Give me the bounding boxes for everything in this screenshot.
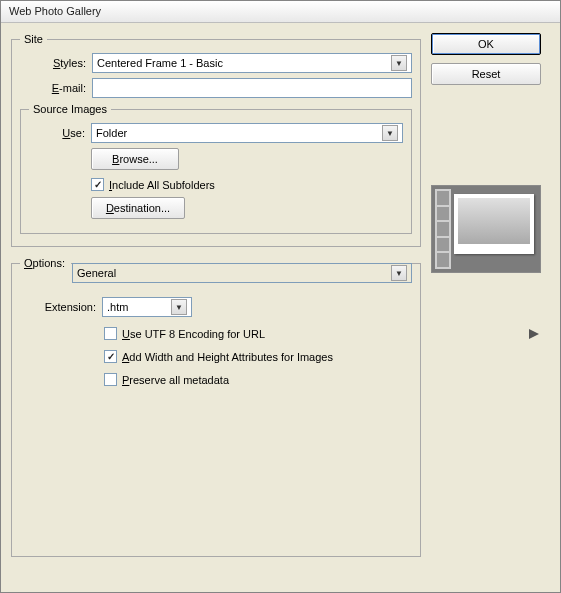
svg-marker-0 xyxy=(529,329,539,339)
chevron-down-icon: ▼ xyxy=(391,265,407,281)
extension-value: .htm xyxy=(107,301,128,313)
styles-value: Centered Frame 1 - Basic xyxy=(97,57,223,69)
extension-row: Extension: .htm ▼ xyxy=(20,297,412,317)
source-images-group: Source Images Use: Folder ▼ Browse... I xyxy=(20,103,412,234)
chevron-down-icon: ▼ xyxy=(391,55,407,71)
expand-triangle-icon[interactable] xyxy=(527,327,541,341)
chevron-down-icon: ▼ xyxy=(171,299,187,315)
preview-main-image xyxy=(458,198,530,244)
options-legend: Options: xyxy=(20,257,71,269)
left-column: Site Styles: Centered Frame 1 - Basic ▼ … xyxy=(11,33,421,567)
options-combo[interactable]: General ▼ xyxy=(72,263,412,283)
right-column: OK Reset xyxy=(431,33,541,567)
browse-button[interactable]: Browse... xyxy=(91,148,179,170)
include-subfolders-checkbox[interactable] xyxy=(91,178,104,191)
site-group: Site Styles: Centered Frame 1 - Basic ▼ … xyxy=(11,33,421,247)
extension-label: Extension: xyxy=(20,301,98,313)
titlebar: Web Photo Gallery xyxy=(1,1,560,23)
utf8-label: Use UTF 8 Encoding for URL xyxy=(122,328,265,340)
chevron-down-icon: ▼ xyxy=(382,125,398,141)
styles-row: Styles: Centered Frame 1 - Basic ▼ xyxy=(20,53,412,73)
preserve-checkbox[interactable] xyxy=(104,373,117,386)
site-legend: Site xyxy=(20,33,47,45)
source-legend: Source Images xyxy=(29,103,111,115)
extension-combo[interactable]: .htm ▼ xyxy=(102,297,192,317)
dialog-window: Web Photo Gallery Site Styles: Centered … xyxy=(0,0,561,593)
options-group: Options: General ▼ Extension: .htm ▼ xyxy=(11,257,421,557)
email-label: E-mail: xyxy=(20,82,88,94)
reset-button[interactable]: Reset xyxy=(431,63,541,85)
addwh-label: Add Width and Height Attributes for Imag… xyxy=(122,351,333,363)
email-row: E-mail: xyxy=(20,78,412,98)
include-subfolders-label: Include All Subfolders xyxy=(109,179,215,191)
preview-thumbnail xyxy=(431,185,541,273)
destination-button[interactable]: Destination... xyxy=(91,197,185,219)
use-row: Use: Folder ▼ xyxy=(29,123,403,143)
styles-label: Styles: xyxy=(20,57,88,69)
window-title: Web Photo Gallery xyxy=(9,5,101,17)
addwh-checkbox[interactable] xyxy=(104,350,117,363)
utf8-checkbox[interactable] xyxy=(104,327,117,340)
use-combo[interactable]: Folder ▼ xyxy=(91,123,403,143)
preserve-label: Preserve all metadata xyxy=(122,374,229,386)
preview-strip xyxy=(435,189,451,269)
email-input[interactable] xyxy=(92,78,412,98)
options-value: General xyxy=(77,267,116,279)
use-label: Use: xyxy=(29,127,87,139)
styles-combo[interactable]: Centered Frame 1 - Basic ▼ xyxy=(92,53,412,73)
preview-main-frame xyxy=(454,194,534,254)
dialog-content: Site Styles: Centered Frame 1 - Basic ▼ … xyxy=(1,23,560,577)
use-value: Folder xyxy=(96,127,127,139)
ok-button[interactable]: OK xyxy=(431,33,541,55)
